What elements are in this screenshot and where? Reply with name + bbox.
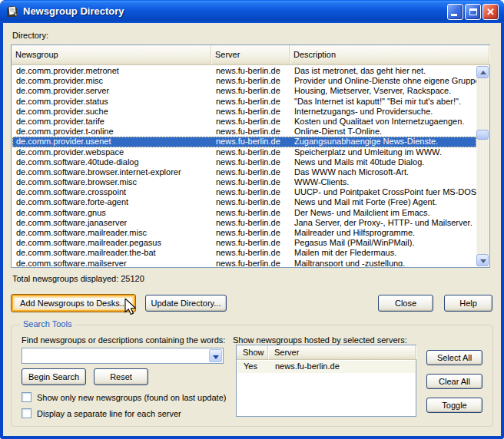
cell-c2: news.fu-berlin.de xyxy=(212,177,290,187)
cell-c2: news.fu-berlin.de xyxy=(212,238,290,248)
newsgroup-row[interactable]: de.comm.software.mailreader.miscnews.fu-… xyxy=(12,228,476,238)
cell-c1: de.comm.provider.suche xyxy=(12,107,212,117)
cell-c1: de.comm.software.mailserver xyxy=(12,259,212,266)
maximize-button[interactable] xyxy=(465,4,481,20)
cell-c1: de.comm.software.mailreader.misc xyxy=(12,228,212,238)
cell-c1: de.comm.provider.metronet xyxy=(12,66,212,76)
close-icon: ✕ xyxy=(483,5,498,19)
reset-button[interactable]: Reset xyxy=(94,368,148,385)
server-list-header: Show Server xyxy=(237,345,416,360)
newsgroup-listview: Newsgroup Server Description de.comm.pro… xyxy=(11,45,490,268)
column-header-newsgroup[interactable]: Newsgroup xyxy=(12,45,211,64)
cell-c2: news.fu-berlin.de xyxy=(212,76,290,86)
cell-c1: de.comm.software.gnus xyxy=(12,208,212,218)
server-list-rows: Yesnews.fu-berlin.de xyxy=(237,361,415,415)
column-header-server2[interactable]: Server xyxy=(268,345,416,359)
cell-c1: de.comm.provider.usenet xyxy=(12,137,212,147)
begin-search-button[interactable]: Begin Search xyxy=(22,368,86,385)
cell-c3: Das WWW nach Microsoft-Art. xyxy=(290,167,476,177)
cell-c2: news.fu-berlin.de xyxy=(212,208,290,218)
total-newsgroups-label: Total newsgroups displayed: 25120 xyxy=(12,274,144,283)
cell-c1: de.comm.software.40tude-dialog xyxy=(12,157,212,167)
vertical-scrollbar[interactable] xyxy=(476,66,489,266)
column-header-server[interactable]: Server xyxy=(211,45,290,64)
cell-c3: Provider und Online-Dienste ohne eigene … xyxy=(290,76,476,86)
update-directory-button[interactable]: Update Directory... xyxy=(145,295,227,312)
cell-c3: WWW-Clients. xyxy=(290,177,476,187)
find-words-value xyxy=(22,351,25,360)
cell-c2: news.fu-berlin.de xyxy=(212,127,290,137)
newsgroup-row[interactable]: de.comm.software.gnusnews.fu-berlin.deDe… xyxy=(12,208,476,218)
cell-c1: de.comm.provider.webspace xyxy=(12,147,212,157)
cell-c3: Das ist metronet, das geht hier net. xyxy=(290,66,476,76)
titlebar[interactable]: Newsgroup Directory ✕ xyxy=(0,0,504,23)
cell-c1: de.comm.provider.tarife xyxy=(12,117,212,127)
cell-c3: Jana Server, der Proxy-, HTTP- und Mails… xyxy=(290,218,476,228)
newsgroup-row[interactable]: de.comm.software.mailreader.pegasusnews.… xyxy=(12,238,476,248)
cell-c3: News und Mail mit Forte (Free) Agent. xyxy=(290,197,476,207)
newsgroup-row[interactable]: de.comm.software.crosspointnews.fu-berli… xyxy=(12,187,476,197)
cell-c3: Online-Dienst T-Online. xyxy=(290,127,476,137)
cell-c2: news.fu-berlin.de xyxy=(212,167,290,177)
add-newsgroups-button[interactable]: Add Newsgroups to Desks... xyxy=(11,294,136,312)
newsgroup-row[interactable]: de.comm.provider.usenetnews.fu-berlin.de… xyxy=(12,137,476,147)
cell-c3: Housing, Mietserver, Vserver, Rackspace. xyxy=(290,86,476,96)
cell-c2: news.fu-berlin.de xyxy=(212,157,290,167)
window-title: Newsgroup Directory xyxy=(23,0,124,22)
directory-label: Directory: xyxy=(12,31,48,40)
clear-all-button[interactable]: Clear All xyxy=(426,374,482,389)
server-row[interactable]: Yesnews.fu-berlin.de xyxy=(237,361,415,373)
newsgroup-row[interactable]: de.comm.software.mailreader.the-batnews.… xyxy=(12,248,476,258)
column-header-show[interactable]: Show xyxy=(237,345,268,359)
cell-c1: de.comm.software.forte-agent xyxy=(12,197,212,207)
newsgroup-row[interactable]: de.comm.software.40tude-dialognews.fu-be… xyxy=(12,157,476,167)
show-only-new-checkbox[interactable] xyxy=(22,392,32,402)
newsgroup-row[interactable]: de.comm.provider.tarifenews.fu-berlin.de… xyxy=(12,117,476,127)
separate-line-checkbox[interactable] xyxy=(22,408,32,418)
cell-c3: Speicherplatz und Umleitung im WWW. xyxy=(290,147,476,157)
cell-c3: Kosten und Qualitaet von Internetzugaeng… xyxy=(290,117,476,127)
scroll-up-button[interactable] xyxy=(476,66,489,78)
newsgroup-row[interactable]: de.comm.provider.servernews.fu-berlin.de… xyxy=(12,86,476,96)
newsgroup-row[interactable]: de.comm.software.janaservernews.fu-berli… xyxy=(12,218,476,228)
cell-c3: "Das Internet ist kaputt!" "Bei mir tut'… xyxy=(290,97,476,107)
cell-c3: Zugangsunabhaengige News-Dienste. xyxy=(290,137,476,147)
newsgroup-row[interactable]: de.comm.provider.miscnews.fu-berlin.dePr… xyxy=(12,76,476,86)
close-button[interactable]: Close xyxy=(378,295,433,312)
cell-c1: de.comm.software.janaserver xyxy=(12,218,212,228)
cell-c1: de.comm.provider.status xyxy=(12,97,212,107)
maximize-icon xyxy=(469,8,477,15)
help-button[interactable]: Help xyxy=(444,295,492,312)
cell-c2: news.fu-berlin.de xyxy=(212,147,290,157)
minimize-icon xyxy=(451,14,457,16)
app-icon xyxy=(6,5,18,18)
column-header-description[interactable]: Description xyxy=(290,45,489,64)
newsgroup-row[interactable]: de.comm.provider.suchenews.fu-berlin.deI… xyxy=(12,107,476,117)
cell-c2: news.fu-berlin.de xyxy=(212,248,290,258)
cell-s1: Yes xyxy=(237,361,269,373)
newsgroup-row[interactable]: de.comm.provider.statusnews.fu-berlin.de… xyxy=(12,97,476,107)
cell-c3: News und Mails mit 40tude Dialog. xyxy=(290,157,476,167)
cell-c1: de.comm.software.browser.internet-explor… xyxy=(12,167,212,177)
cell-c1: de.comm.provider.misc xyxy=(12,76,212,86)
newsgroup-row[interactable]: de.comm.provider.t-onlinenews.fu-berlin.… xyxy=(12,127,476,137)
close-window-button[interactable]: ✕ xyxy=(482,4,499,20)
newsgroup-row[interactable]: de.comm.provider.webspacenews.fu-berlin.… xyxy=(12,147,476,157)
select-all-button[interactable]: Select All xyxy=(426,350,482,365)
newsgroup-row[interactable]: de.comm.software.mailservernews.fu-berli… xyxy=(12,259,476,266)
scroll-down-button[interactable] xyxy=(476,254,489,266)
minimize-button[interactable] xyxy=(447,4,463,20)
find-label: Find newsgroups or descriptions containi… xyxy=(22,335,225,345)
combo-dropdown-button[interactable] xyxy=(209,349,222,362)
newsgroup-row[interactable]: de.comm.software.forte-agentnews.fu-berl… xyxy=(12,197,476,207)
cell-c2: news.fu-berlin.de xyxy=(212,228,290,238)
newsgroup-row[interactable]: de.comm.software.browser.internet-explor… xyxy=(12,167,476,177)
newsgroup-row[interactable]: de.comm.software.browser.miscnews.fu-ber… xyxy=(12,177,476,187)
newsgroup-row[interactable]: de.comm.provider.metronetnews.fu-berlin.… xyxy=(12,66,476,76)
cell-c1: de.comm.software.browser.misc xyxy=(12,177,212,187)
toggle-button[interactable]: Toggle xyxy=(426,398,482,413)
scrollbar-thumb[interactable] xyxy=(476,130,489,140)
cell-c2: news.fu-berlin.de xyxy=(212,137,290,147)
find-words-combobox[interactable] xyxy=(22,348,224,364)
chevron-down-icon xyxy=(213,355,219,359)
